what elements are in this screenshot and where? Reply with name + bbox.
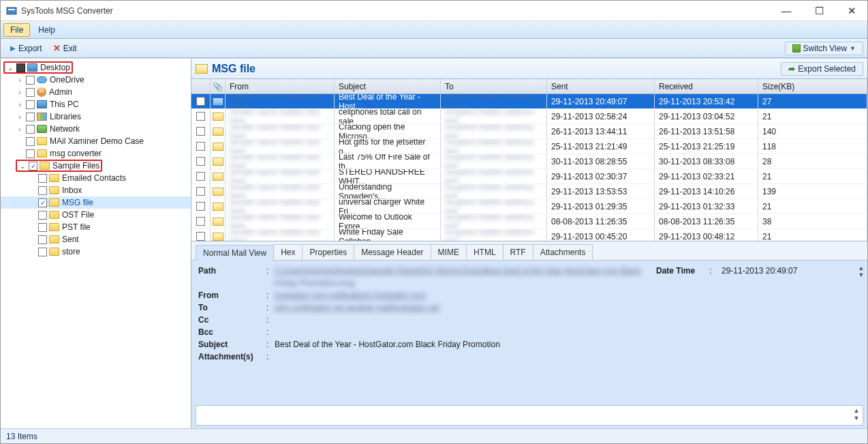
col-checkbox[interactable] — [191, 79, 211, 93]
col-size[interactable]: Size(KB) — [758, 79, 867, 93]
tree-label: Desktop — [40, 63, 70, 72]
tree-checkbox[interactable] — [16, 63, 25, 72]
detail-scroll[interactable]: ▲▼ — [856, 265, 866, 278]
tree-item[interactable]: OST File — [1, 209, 191, 221]
tree-label: OST File — [62, 210, 94, 220]
table-row[interactable]: sender name hidden text hereCracking ope… — [191, 124, 867, 139]
tab-mime[interactable]: MIME — [431, 244, 467, 260]
tree-item[interactable]: Emailed Contacts — [1, 172, 191, 184]
envelope-icon — [213, 143, 223, 151]
table-row[interactable]: sender name hidden text hereUnderstandin… — [191, 184, 867, 199]
col-from[interactable]: From — [226, 79, 335, 93]
row-checkbox[interactable] — [196, 202, 205, 211]
tree-label: Libraries — [50, 112, 81, 121]
tab-rtf[interactable]: RTF — [503, 244, 533, 260]
tab-html[interactable]: HTML — [466, 244, 503, 260]
label-datetime: Date Time — [656, 266, 709, 276]
preview-input[interactable]: ▲▼ — [196, 405, 863, 426]
tree-checkbox[interactable] — [26, 125, 35, 134]
export-button[interactable]: ▶Export — [5, 42, 48, 55]
col-received[interactable]: Received — [655, 79, 758, 93]
tree-checkbox[interactable] — [38, 174, 47, 183]
col-to[interactable]: To — [441, 79, 547, 93]
tree-item[interactable]: ›Network — [1, 123, 191, 135]
tree-item[interactable]: ›Admin — [1, 86, 191, 98]
maximize-button[interactable]: ☐ — [809, 5, 829, 17]
expand-icon[interactable]: ⌄ — [6, 64, 14, 72]
row-checkbox[interactable] — [196, 232, 205, 241]
tree-checkbox[interactable] — [26, 113, 35, 121]
expand-icon[interactable]: › — [16, 101, 24, 108]
col-attachment[interactable]: 📎 — [211, 79, 226, 93]
table-row[interactable]: sender name hidden text hereHot gifts fo… — [191, 139, 867, 154]
table-row[interactable]: sender name hidden text herecellphones t… — [191, 109, 867, 124]
expand-icon[interactable]: › — [16, 113, 24, 121]
cell-size: 38 — [758, 214, 867, 228]
tree-checkbox[interactable] — [26, 137, 35, 146]
tab-hex[interactable]: Hex — [273, 244, 303, 260]
tree-item[interactable]: MSG file — [1, 196, 191, 209]
menu-help[interactable]: Help — [31, 23, 62, 37]
tree-item[interactable]: ›Libraries — [1, 110, 191, 123]
tree-item[interactable]: ⌄Sample Files — [1, 160, 191, 172]
tree-checkbox[interactable] — [26, 88, 35, 97]
row-checkbox[interactable] — [196, 172, 205, 181]
tree-label: MAil Xaminer Demo Case — [50, 136, 144, 146]
tree-checkbox[interactable] — [38, 198, 47, 207]
expand-icon[interactable]: › — [16, 76, 24, 84]
row-checkbox[interactable] — [196, 97, 205, 106]
cell-size: 21 — [758, 109, 867, 123]
tree-checkbox[interactable] — [26, 76, 35, 85]
tree-checkbox[interactable] — [26, 100, 35, 109]
folder-tree[interactable]: ⌄Desktop›OneDrive›Admin›This PC›Librarie… — [1, 59, 191, 428]
row-checkbox[interactable] — [196, 217, 205, 226]
row-checkbox[interactable] — [196, 187, 205, 196]
col-subject[interactable]: Subject — [335, 79, 441, 93]
tree-item[interactable]: PST file — [1, 221, 191, 233]
tree-item[interactable]: msg converter — [1, 147, 191, 160]
cell-subject: Best Deal of the Year - Host... — [335, 94, 441, 108]
export-selected-button[interactable]: ➦ Export Selected — [781, 62, 863, 76]
expand-icon[interactable]: ⌄ — [18, 162, 27, 170]
tab-message-header[interactable]: Message Header — [354, 244, 431, 260]
tree-checkbox[interactable] — [38, 235, 47, 244]
exit-button[interactable]: ✕Exit — [48, 42, 82, 55]
tree-item[interactable]: store — [1, 246, 191, 258]
tree-checkbox[interactable] — [26, 149, 35, 158]
tree-checkbox[interactable] — [29, 162, 37, 171]
expand-icon[interactable]: › — [16, 89, 24, 96]
minimize-button[interactable]: — — [776, 5, 796, 17]
close-button[interactable]: ✕ — [841, 5, 862, 17]
tree-item[interactable]: Inbox — [1, 184, 191, 196]
tree-item[interactable]: ›OneDrive — [1, 74, 191, 86]
table-row[interactable]: sender name hidden text hereBest Deal of… — [191, 94, 867, 109]
menu-file[interactable]: File — [3, 23, 30, 37]
tree-item[interactable]: MAil Xaminer Demo Case — [1, 135, 191, 147]
tab-attachments[interactable]: Attachments — [533, 244, 593, 260]
tree-item[interactable]: ⌄Desktop — [1, 61, 191, 74]
grid-body[interactable]: sender name hidden text hereBest Deal of… — [191, 94, 867, 241]
tree-checkbox[interactable] — [38, 223, 47, 232]
tab-normal-mail-view[interactable]: Normal Mail View — [196, 245, 274, 261]
row-checkbox[interactable] — [196, 157, 205, 166]
table-row[interactable]: sender name hidden text hereWhite Friday… — [191, 229, 867, 241]
list-header: MSG file ➦ Export Selected — [191, 59, 867, 79]
row-checkbox[interactable] — [196, 127, 205, 136]
tree-item[interactable]: Sent — [1, 233, 191, 246]
row-checkbox[interactable] — [196, 142, 205, 151]
table-row[interactable]: sender name hidden text hereWelcome to O… — [191, 214, 867, 229]
label-attachments: Attachment(s) — [198, 352, 266, 361]
table-row[interactable]: sender name hidden text hereuniversal ch… — [191, 199, 867, 214]
folder-icon — [49, 223, 59, 231]
row-checkbox[interactable] — [196, 112, 205, 121]
tab-properties[interactable]: Properties — [302, 244, 354, 260]
tree-checkbox[interactable] — [38, 186, 47, 195]
table-row[interactable]: sender name hidden text hereSTEREO HANDS… — [191, 169, 867, 184]
tree-item[interactable]: ›This PC — [1, 98, 191, 110]
col-sent[interactable]: Sent — [547, 79, 655, 93]
switch-view-button[interactable]: Switch View ▼ — [785, 42, 863, 55]
tree-checkbox[interactable] — [38, 211, 47, 220]
table-row[interactable]: sender name hidden text hereLast 75% Off… — [191, 154, 867, 169]
expand-icon[interactable]: › — [16, 125, 24, 133]
tree-checkbox[interactable] — [38, 248, 47, 256]
